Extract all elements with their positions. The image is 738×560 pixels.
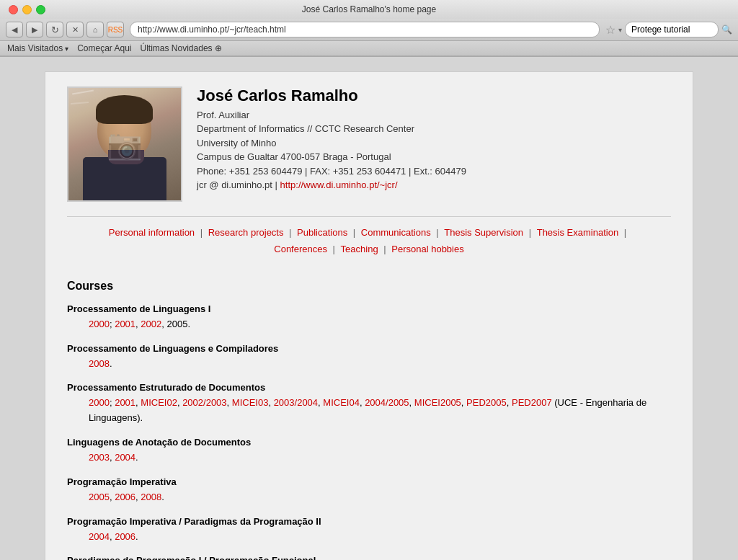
course-years-1: 2000; 2001, 2002, 2005.: [89, 317, 671, 332]
year-link[interactable]: 2004/2005: [365, 397, 409, 408]
year-link[interactable]: 2001: [115, 397, 135, 408]
year-link[interactable]: 2002: [141, 319, 161, 329]
nav-sep-6: |: [621, 227, 626, 238]
bookmark-start[interactable]: Começar Aqui: [77, 43, 131, 53]
sep: ,: [507, 397, 512, 408]
profile-campus: Campus de Gualtar 4700-057 Braga - Portu…: [197, 150, 671, 164]
star-dropdown-icon[interactable]: ▾: [618, 26, 622, 34]
year-link[interactable]: 2004: [115, 452, 135, 463]
course-years-2: 2008.: [89, 357, 671, 372]
year-plain: .: [110, 358, 112, 369]
traffic-lights: [9, 5, 45, 14]
course-title-7: Paradigmas da Programação I / Programaçã…: [67, 555, 671, 560]
year-link[interactable]: PED2007: [512, 397, 552, 408]
page-wrapper: José Carlos Ramalho Prof. Auxiliar Depar…: [0, 57, 738, 560]
nav-teaching[interactable]: Teaching: [341, 244, 378, 254]
nav-thesis-examination[interactable]: Thesis Examination: [537, 227, 618, 238]
rss-button[interactable]: RSS: [107, 22, 124, 37]
sep: ,: [227, 397, 232, 408]
nav-sep-7: |: [330, 244, 338, 254]
year-plain: , 2005.: [161, 319, 190, 329]
nav-links: Personal information | Research projects…: [67, 216, 671, 265]
nav-conferences[interactable]: Conferences: [274, 244, 327, 254]
profile-email-row: jcr @ di.uminho.pt | http://www.di.uminh…: [197, 178, 671, 192]
bookmark-star-icon[interactable]: ☆: [605, 23, 615, 37]
year-link[interactable]: MICEI2005: [414, 397, 461, 408]
section-title: Courses: [67, 280, 671, 293]
course-years-3: 2000; 2001, MICEI02, 2002/2003, MICEI03,…: [89, 396, 671, 426]
profile-photo: [67, 86, 182, 202]
toolbar: ◀ ▶ ↻ ✕ ⌂ RSS ☆ ▾ 🔍: [0, 19, 738, 41]
sep: ,: [461, 397, 466, 408]
window-title: José Carlos Ramalho's home page: [302, 4, 436, 14]
profile-email: jcr @ di.uminho.pt: [197, 179, 272, 190]
bookmark-most-visited[interactable]: Mais Visitados: [7, 43, 68, 53]
nav-sep-3: |: [350, 227, 358, 238]
year-plain: .: [161, 492, 164, 502]
refresh-button[interactable]: ↻: [46, 22, 63, 37]
course-years-6: 2004, 2006.: [89, 530, 671, 545]
course-title-3: Processamento Estruturado de Documentos: [67, 382, 671, 393]
page-content: José Carlos Ramalho Prof. Auxiliar Depar…: [45, 71, 693, 560]
sep: ,: [268, 397, 273, 408]
sep: ,: [409, 397, 414, 408]
profile-email-sep: |: [275, 179, 280, 190]
home-button[interactable]: ⌂: [86, 22, 104, 37]
nav-research-projects[interactable]: Research projects: [208, 227, 284, 238]
year-link[interactable]: 2005: [89, 492, 110, 502]
nav-personal-hobbies[interactable]: Personal hobbies: [391, 244, 463, 254]
forward-button[interactable]: ▶: [26, 22, 43, 37]
address-bar[interactable]: [130, 22, 600, 37]
year-link[interactable]: 2006: [115, 531, 135, 542]
profile-info: José Carlos Ramalho Prof. Auxiliar Depar…: [197, 86, 671, 192]
course-title-4: Linguagens de Anotação de Documentos: [67, 437, 671, 448]
course-title-2: Processamento de Linguagens e Compilador…: [67, 343, 671, 354]
profile-phone: Phone: +351 253 604479 | FAX: +351 253 6…: [197, 164, 671, 179]
profile-header: José Carlos Ramalho Prof. Auxiliar Depar…: [67, 86, 671, 202]
year-plain: .: [135, 531, 138, 542]
year-link[interactable]: 2003: [89, 452, 110, 463]
year-link[interactable]: MICEI03: [232, 397, 269, 408]
year-link[interactable]: PED2005: [466, 397, 507, 408]
year-link[interactable]: 2000: [89, 397, 110, 408]
minimize-button[interactable]: [22, 5, 32, 14]
year-link[interactable]: 2002/2003: [182, 397, 226, 408]
search-icon: 🔍: [721, 25, 732, 35]
bookmark-news[interactable]: Últimas Novidades ⊕: [141, 43, 222, 53]
profile-title: Prof. Auxiliar: [197, 110, 671, 120]
year-link[interactable]: 2006: [115, 492, 135, 502]
year-link[interactable]: 2003/2004: [274, 397, 318, 408]
course-title-5: Programação Imperativa: [67, 476, 671, 487]
course-title-6: Programação Imperativa / Paradigmas da P…: [67, 516, 671, 527]
year-link[interactable]: 2000: [89, 319, 110, 329]
profile-website-link[interactable]: http://www.di.uminho.pt/~jcr/: [280, 179, 398, 190]
year-link[interactable]: 2001: [115, 319, 135, 329]
bookmarks-bar: Mais Visitados Começar Aqui Últimas Novi…: [0, 41, 738, 56]
profile-department: Department of Informatics // CCTC Resear…: [197, 122, 671, 136]
course-years-5: 2005, 2006, 2008.: [89, 490, 671, 505]
nav-communications[interactable]: Communications: [361, 227, 431, 238]
nav-sep-2: |: [286, 227, 294, 238]
profile-name: José Carlos Ramalho: [197, 86, 671, 105]
nav-publications[interactable]: Publications: [297, 227, 347, 238]
year-link[interactable]: 2008: [89, 358, 110, 369]
search-input[interactable]: [625, 22, 719, 37]
stop-button[interactable]: ✕: [66, 22, 84, 37]
nav-sep-5: |: [526, 227, 534, 238]
year-plain: .: [135, 452, 138, 463]
browser-chrome: José Carlos Ramalho's home page ◀ ▶ ↻ ✕ …: [0, 0, 738, 57]
year-link[interactable]: MICEI02: [141, 397, 177, 408]
nav-sep-1: |: [197, 227, 205, 238]
title-bar: José Carlos Ramalho's home page: [0, 0, 738, 19]
close-button[interactable]: [9, 5, 18, 14]
profile-university: University of Minho: [197, 136, 671, 151]
maximize-button[interactable]: [36, 5, 45, 14]
course-years-4: 2003, 2004.: [89, 450, 671, 466]
year-link[interactable]: MICEI04: [323, 397, 360, 408]
year-link[interactable]: 2008: [141, 492, 161, 502]
nav-sep-8: |: [381, 244, 389, 254]
back-button[interactable]: ◀: [6, 22, 23, 37]
nav-personal-info[interactable]: Personal information: [109, 227, 195, 238]
nav-thesis-supervision[interactable]: Thesis Supervision: [444, 227, 523, 238]
year-link[interactable]: 2004: [89, 531, 110, 542]
